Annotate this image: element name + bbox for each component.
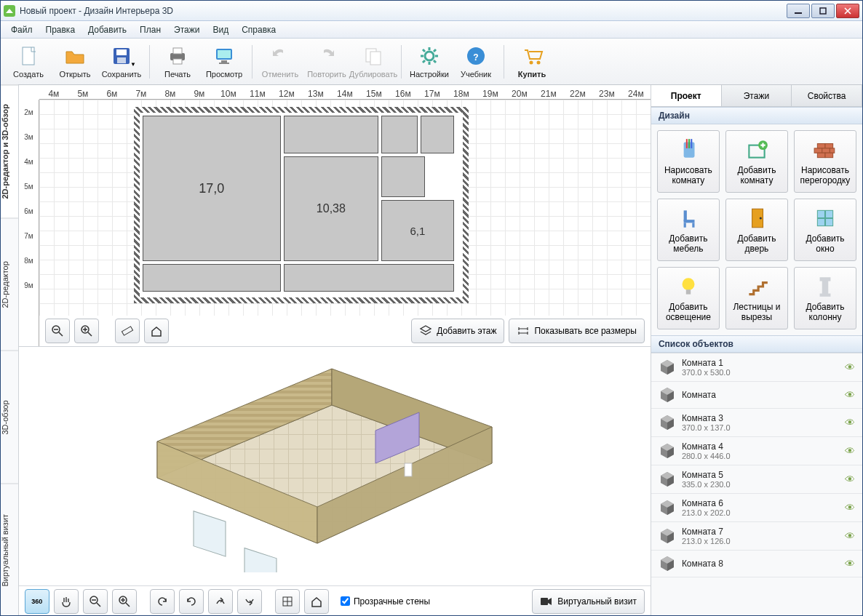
home-button[interactable] [144, 319, 169, 343]
virtual-visit-label: Виртуальный визит [557, 596, 637, 607]
orbit-360-button[interactable]: 360 [25, 589, 49, 614]
floorplan[interactable]: 17,0 10,38 6,1 [134, 107, 469, 303]
palette-add-light[interactable]: Добавить освещение [657, 267, 720, 329]
3d-model[interactable] [114, 361, 521, 572]
show-dimensions-label: Показывать все размеры [534, 326, 636, 336]
pan-button[interactable] [54, 589, 79, 614]
visibility-icon[interactable]: 👁 [845, 445, 855, 457]
menu-файл[interactable]: Файл [5, 23, 39, 37]
ruler-icon [121, 324, 134, 337]
show-dimensions-button[interactable]: Показывать все размеры [509, 319, 644, 343]
design-palette: Нарисовать комнатуДобавить комнатуНарисо… [651, 124, 862, 335]
top-view-button[interactable] [275, 589, 300, 614]
transparent-walls-input[interactable] [341, 596, 350, 606]
room-small-c[interactable] [381, 156, 425, 197]
visibility-icon[interactable]: 👁 [845, 361, 855, 373]
sidetab-0[interactable]: 2D-редактор и 3D-обзор [1, 85, 18, 218]
room-small-b[interactable] [421, 116, 454, 153]
room-3[interactable]: 6,1 [381, 200, 454, 261]
menu-вид[interactable]: Вид [207, 23, 234, 37]
menu-план[interactable]: План [134, 23, 167, 37]
visibility-icon[interactable]: 👁 [845, 502, 855, 513]
visibility-icon[interactable]: 👁 [845, 530, 855, 542]
virtual-visit-button[interactable]: Виртуальный визит [532, 589, 645, 614]
pencils-icon [676, 137, 701, 162]
sidetab-2[interactable]: 3D-обзор [1, 351, 18, 484]
close-button[interactable] [836, 4, 859, 18]
room-balcony[interactable] [143, 264, 281, 292]
rotate-left-icon [156, 595, 169, 608]
room-hall[interactable] [284, 116, 378, 153]
svg-rect-52 [814, 148, 822, 153]
rotate-right-button[interactable] [179, 589, 204, 614]
addroom-icon [744, 137, 769, 162]
zoom-in-3d-button[interactable] [112, 589, 137, 614]
right-tab-2[interactable]: Свойства [792, 85, 862, 106]
room-2[interactable]: 10,38 [284, 156, 378, 261]
toolbar-create-label: Создать [13, 70, 44, 79]
transparent-walls-checkbox[interactable]: Прозрачные стены [341, 596, 430, 607]
toolbar-open[interactable]: Открыть [52, 41, 98, 83]
svg-point-16 [425, 52, 434, 60]
minimize-button[interactable] [787, 4, 810, 18]
rotate-left-button[interactable] [150, 589, 175, 614]
gear-icon [418, 44, 441, 68]
home-3d-button[interactable] [304, 589, 329, 614]
palette-add-column[interactable]: Добавить колонну [794, 267, 856, 329]
visibility-icon[interactable]: 👁 [845, 473, 855, 485]
visibility-icon[interactable]: 👁 [845, 389, 855, 401]
palette-draw-wall[interactable]: Нарисовать перегородку [794, 130, 856, 193]
object-row-1[interactable]: Комната👁 [651, 382, 862, 409]
right-tab-0[interactable]: Проект [651, 85, 722, 106]
toolbar-duplicate: Дублировать [350, 41, 397, 83]
palette-draw-room[interactable]: Нарисовать комнату [657, 130, 720, 193]
toolbar-tutorial[interactable]: ?Учебник [453, 41, 499, 83]
menu-добавить[interactable]: Добавить [82, 23, 132, 37]
object-dim: 213.0 x 202.0 [682, 508, 839, 517]
room-1[interactable]: 17,0 [143, 116, 281, 261]
tilt-down-button[interactable] [237, 589, 262, 614]
3d-panel[interactable]: 360 Прозрачные стены Ви [19, 347, 651, 616]
svg-rect-3 [23, 47, 34, 65]
menu-правка[interactable]: Правка [40, 23, 81, 37]
tilt-up-button[interactable] [208, 589, 233, 614]
toolbar-settings[interactable]: Настройки [406, 41, 453, 83]
object-list-scroll[interactable]: Комната 1370.0 x 530.0👁Комната👁Комната 3… [651, 353, 862, 616]
zoom-out-3d-button[interactable] [83, 589, 108, 614]
object-row-0[interactable]: Комната 1370.0 x 530.0👁 [651, 353, 862, 382]
right-tab-1[interactable]: Этажи [722, 85, 792, 106]
palette-add-door[interactable]: Добавить дверь [725, 199, 788, 261]
sidetab-1[interactable]: 2D-редактор [1, 218, 18, 351]
palette-stairs[interactable]: Лестницы и вырезы [725, 267, 788, 329]
zoom-in-button[interactable] [74, 319, 99, 343]
room-small-a[interactable] [381, 116, 418, 153]
palette-add-window[interactable]: Добавить окно [794, 199, 856, 261]
measure-button[interactable] [115, 319, 140, 343]
2d-canvas[interactable]: 17,0 10,38 6,1 [39, 100, 651, 316]
object-row-3[interactable]: Комната 4280.0 x 446.0👁 [651, 437, 862, 465]
toolbar-create[interactable]: Создать [5, 41, 52, 83]
toolbar-preview[interactable]: Просмотр [201, 41, 247, 83]
menu-справка[interactable]: Справка [236, 23, 282, 37]
menu-этажи[interactable]: Этажи [168, 23, 205, 37]
visibility-icon[interactable]: 👁 [845, 417, 855, 428]
object-row-5[interactable]: Комната 6213.0 x 202.0👁 [651, 494, 862, 522]
toolbar-print[interactable]: Печать [154, 41, 201, 83]
toolbar-save[interactable]: ▼Сохранить [98, 41, 145, 83]
room-bottom[interactable] [284, 264, 454, 292]
palette-add-room[interactable]: Добавить комнату [725, 130, 788, 193]
svg-rect-23 [122, 327, 132, 335]
object-row-2[interactable]: Комната 3370.0 x 137.0👁 [651, 409, 862, 437]
visibility-icon[interactable]: 👁 [845, 558, 855, 569]
add-floor-button[interactable]: Добавить этаж [411, 319, 504, 343]
object-row-7[interactable]: Комната 8👁 [651, 551, 862, 577]
object-row-6[interactable]: Комната 7213.0 x 126.0👁 [651, 522, 862, 551]
sidetab-3[interactable]: Виртуальный визит [1, 484, 18, 617]
zoom-out-button[interactable] [45, 319, 70, 343]
maximize-button[interactable] [811, 4, 835, 18]
object-row-4[interactable]: Комната 5335.0 x 230.0👁 [651, 465, 862, 494]
palette-add-furniture[interactable]: Добавить мебель [657, 199, 720, 261]
toolbar-buy[interactable]: Купить [509, 41, 555, 83]
folder-icon [63, 44, 87, 68]
printer-icon [166, 44, 189, 68]
